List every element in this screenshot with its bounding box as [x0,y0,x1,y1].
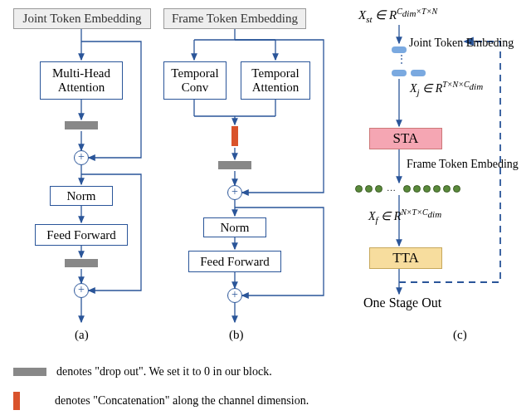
norm-text-b: Norm [221,221,250,235]
legend-concat: denotes "Concatenation" along the channe… [13,392,309,410]
add-op-a1 [74,150,89,165]
orange-swatch-icon [13,392,20,410]
panel-c-caption: (c) [453,328,467,342]
gpill-9 [453,185,460,193]
grey-swatch-icon [13,368,46,376]
panel-a-caption: (a) [75,328,89,342]
sta-block: STA [369,128,442,149]
jte-label: Joint Token Embeding [409,37,514,50]
joint-token-embedding-header: Joint Token Embedding [13,8,151,29]
tconv-text: Temporal Conv [171,66,218,95]
legend-dropout: denotes "drop out". We set it to 0 in ou… [13,365,272,378]
ff-text-b: Feed Forward [200,255,270,269]
concat-op-b [231,126,238,146]
gpill-4 [403,185,411,193]
add-op-b2 [227,288,242,303]
dots-2: … [387,183,396,193]
gpill-6 [423,185,431,193]
add-op-a2 [74,283,89,298]
fte-label: Frame Token Embeding [407,158,519,171]
gpill-5 [413,185,421,193]
header-text-b: Frame Token Embedding [172,12,298,26]
dropout-a1 [65,121,98,129]
gpill-1 [355,185,363,193]
blue-pill-2 [392,70,407,76]
gpill-2 [365,185,373,193]
input-expr: Xst ∈ RCdim×T×N [358,7,437,24]
one-stage-out: One Stage Out [363,295,441,310]
gpill-8 [443,185,451,193]
blue-pill-3 [411,70,426,76]
tta-text: TTA [392,250,419,266]
norm-block-a: Norm [50,186,113,206]
feedforward-block-a: Feed Forward [35,224,128,246]
ff-text-a: Feed Forward [46,228,116,242]
mha-text: Multi-Head Attention [52,66,110,95]
feedforward-block-b: Feed Forward [188,251,281,272]
dropout-a2 [65,259,98,267]
sta-text: STA [393,130,419,147]
tta-block: TTA [369,247,442,269]
dropout-b1 [218,161,251,169]
legend-grey-text: denotes "drop out". We set it to 0 in ou… [56,365,272,378]
norm-text-a: Norm [67,189,96,203]
gpill-7 [433,185,441,193]
norm-block-b: Norm [203,217,266,237]
blue-pill-1 [392,46,407,53]
dots-1: ⋮ [397,53,407,66]
xj-expr: Xj ∈ RT×N×Cdim [410,80,483,96]
frame-token-embedding-header: Frame Token Embedding [163,8,306,29]
header-text: Joint Token Embedding [23,12,142,26]
xf-expr: Xf ∈ RN×T×Cdim [368,208,441,224]
legend-orange-text: denotes "Concatenation" along the channe… [55,394,309,408]
multi-head-attention-block: Multi-Head Attention [40,61,123,100]
panel-b-caption: (b) [229,328,244,342]
tattn-text: Temporal Attention [251,66,299,95]
gpill-3 [375,185,382,193]
add-op-b1 [227,185,242,200]
temporal-attention-block: Temporal Attention [241,61,310,100]
temporal-conv-block: Temporal Conv [163,61,227,100]
